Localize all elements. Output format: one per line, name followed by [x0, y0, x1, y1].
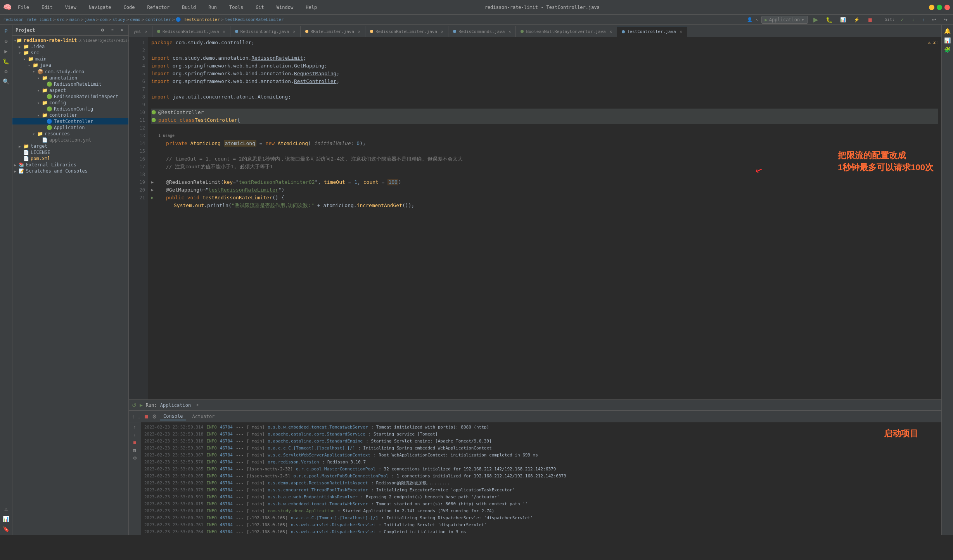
tree-item-pom[interactable]: 📄 pom.xml [12, 156, 128, 162]
git-push-button[interactable]: ↑ [920, 16, 927, 23]
console-up-button[interactable]: ↑ [131, 424, 138, 430]
tab-close[interactable]: × [610, 29, 612, 34]
breadcrumb-class[interactable]: 🔵 TestController [176, 17, 220, 22]
console-settings-button[interactable]: ⚙ [152, 413, 157, 420]
tree-item-main[interactable]: ▾ 📁 main [12, 56, 128, 62]
code-content[interactable]: ⚠ 2! package com.study.demo.controller; … [148, 37, 941, 399]
coverage-button[interactable]: 📊 [838, 16, 848, 23]
tab-close[interactable]: × [441, 29, 443, 34]
tab-redissonratelimiter[interactable]: RedissonRateLimiter.java × [365, 26, 448, 37]
tree-item-root[interactable]: ▾ 📁 redisson-rate-limit D:\IdeaProjects\… [12, 37, 128, 43]
project-settings-button[interactable]: ⚙ [99, 27, 107, 33]
sidebar-icon-find[interactable]: 🔍 [2, 77, 11, 86]
console-down-button[interactable]: ↓ [131, 432, 138, 438]
tree-item-idea[interactable]: ▶ 📁 .idea [12, 43, 128, 50]
sidebar-icon-project[interactable]: P [2, 26, 11, 36]
tab-actuator[interactable]: Actuator [189, 413, 218, 420]
restart-button[interactable]: ↺ [132, 402, 137, 408]
right-icon-notifications[interactable]: 🔔 [943, 26, 952, 36]
menu-code[interactable]: Code [121, 4, 138, 11]
breadcrumb-project[interactable]: redisson-rate-limit [3, 17, 52, 22]
sidebar-icon-debug[interactable]: 🐛 [2, 57, 11, 66]
tab-rediscommands[interactable]: RedisCommands.java × [448, 26, 516, 37]
tree-item-resources[interactable]: ▾ 📁 resources [12, 131, 128, 137]
menu-refactor[interactable]: Refactor [144, 4, 173, 11]
menu-run[interactable]: Run [205, 4, 220, 11]
sidebar-icon-run[interactable]: ▶ [2, 47, 11, 56]
console-scroll-down[interactable]: ↓ [138, 413, 140, 420]
redo-button[interactable]: ↪ [941, 16, 950, 23]
tree-item-aspectclass[interactable]: 🟢 RedissonRateLimitAspect [12, 93, 128, 100]
tab-console[interactable]: Console [160, 413, 186, 420]
git-check-button[interactable]: ✓ [898, 16, 906, 23]
log-line-6: 2023-02-23 23:52:59.570 INFO 46704 --- [… [144, 459, 938, 466]
undo-button[interactable]: ↩ [930, 16, 938, 23]
code-line-10: 🟢@RestController [151, 109, 938, 116]
right-icon-plugins[interactable]: 🧩 [943, 45, 952, 54]
tree-item-testcontroller[interactable]: 🔵 TestController [12, 118, 128, 124]
tree-item-application[interactable]: 🟢 Application [12, 124, 128, 131]
tree-item-package[interactable]: ▾ 📦 com.study.demo [12, 68, 128, 75]
sidebar-icon-structure[interactable]: 📊 [2, 514, 11, 524]
tree-item-scratches[interactable]: ▶ 📝 Scratches and Consoles [12, 168, 128, 174]
tab-close[interactable]: × [223, 29, 225, 34]
close-button[interactable] [944, 5, 950, 10]
tab-redissonratelimit[interactable]: RedissonRateLimit.java × [152, 26, 230, 37]
tab-yml-close[interactable]: × [145, 29, 147, 34]
menu-tools[interactable]: Tools [226, 4, 246, 11]
console-settings-button-2[interactable]: ⚙ [131, 455, 139, 461]
stop-button[interactable]: ⏹ [865, 16, 875, 24]
project-close-button[interactable]: × [118, 27, 125, 33]
sidebar-icon-bookmarks[interactable]: 🔖 [2, 524, 11, 534]
menu-navigate[interactable]: Navigate [86, 4, 114, 11]
tab-testcontroller-close[interactable]: × [680, 29, 682, 34]
menu-git[interactable]: Git [253, 4, 267, 11]
tab-close[interactable]: × [358, 29, 360, 34]
minimize-button[interactable] [929, 5, 934, 10]
tree-item-external-libs[interactable]: ▶ 📚 External Libraries [12, 162, 128, 168]
menu-window[interactable]: Window [273, 4, 296, 11]
tree-item-redissonconfig[interactable]: 🟢 RedissonConfig [12, 106, 128, 112]
stop-button-2[interactable]: ⏹ [130, 439, 139, 446]
run-button[interactable]: ▶ [811, 15, 820, 24]
menu-build[interactable]: Build [179, 4, 199, 11]
right-icon-structure[interactable]: 📊 [943, 36, 952, 45]
tree-item-java[interactable]: ▾ 📁 java [12, 62, 128, 68]
profile-button[interactable]: ⚡ [851, 16, 862, 23]
console-clear-button[interactable]: 🗑 [130, 447, 139, 453]
tree-item-config[interactable]: ▾ 📁 config [12, 100, 128, 106]
tree-item-src[interactable]: ▾ 📁 src [12, 50, 128, 56]
tree-item-target[interactable]: ▶ 📁 target [12, 143, 128, 149]
tree-item-redissonratelimit[interactable]: 🟢 RedissonRateLimit [12, 81, 128, 87]
tree-item-annotation[interactable]: ▾ 📁 annotation [12, 75, 128, 81]
tree-item-controller[interactable]: ▾ 📁 controller [12, 112, 128, 118]
tab-booleannull[interactable]: BooleanNullReplayConvertor.java × [516, 26, 617, 37]
sidebar-icon-problems[interactable]: ⚠ [2, 504, 11, 513]
tree-item-aspect[interactable]: ▾ 📁 aspect [12, 87, 128, 93]
tab-yml[interactable]: yml × [129, 26, 152, 37]
tab-rratelimiter[interactable]: RRateLimiter.java × [301, 26, 366, 37]
tab-close[interactable]: × [293, 29, 295, 34]
tree-item-license[interactable]: 📄 LICENSE [12, 149, 128, 156]
sidebar-icon-commit[interactable]: ⊙ [2, 36, 11, 46]
menu-file[interactable]: File [15, 4, 32, 11]
menu-help[interactable]: Help [303, 4, 320, 11]
git-update-button[interactable]: ↓ [910, 16, 917, 23]
tab-redissonconfig[interactable]: RedissonConfig.java × [230, 26, 301, 37]
console-scroll-up[interactable]: ↑ [132, 413, 135, 420]
close-run-button[interactable]: × [194, 402, 201, 408]
maximize-button[interactable] [937, 5, 942, 10]
project-collapse-button[interactable]: ≡ [109, 27, 116, 33]
code-line-17 [151, 171, 938, 178]
tab-testcontroller[interactable]: TestController.java × [617, 26, 687, 37]
run-config-selector[interactable]: ▶ Application ▾ [761, 16, 808, 24]
menu-edit[interactable]: Edit [38, 4, 56, 11]
sidebar-icon-services[interactable]: ⚙ [2, 67, 11, 76]
console-output[interactable]: 启动项目 2023-02-23 23:52:59.314 INFO 46704 … [141, 422, 941, 535]
stop-console-button[interactable]: ⏹ [144, 413, 149, 420]
menu-view[interactable]: View [62, 4, 80, 11]
tree-item-yml[interactable]: 📄 application.yml [12, 137, 128, 143]
editor-tabs: yml × RedissonRateLimit.java × RedissonC… [129, 25, 941, 37]
debug-button[interactable]: 🐛 [823, 16, 835, 24]
tab-close[interactable]: × [508, 29, 511, 34]
